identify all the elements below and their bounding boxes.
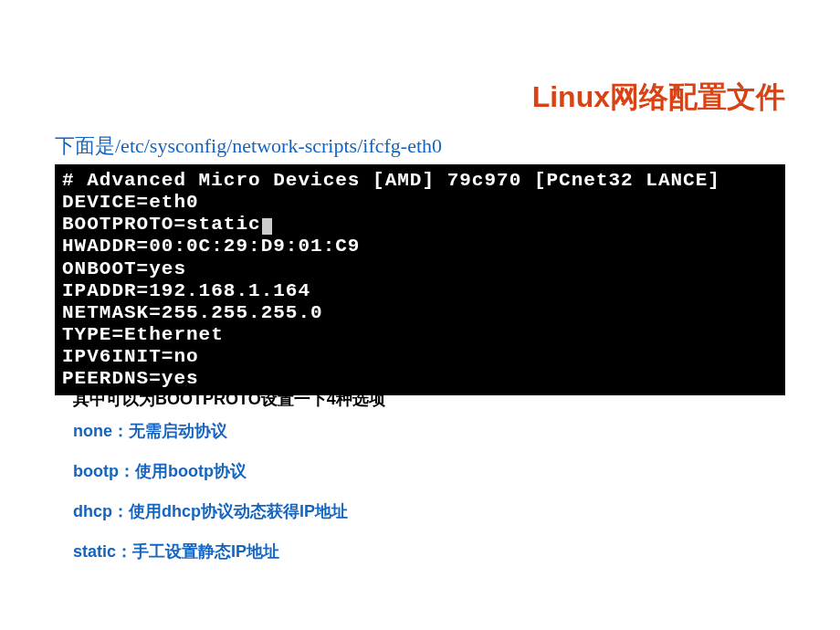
terminal-line: ONBOOT=yes: [62, 258, 778, 280]
options-description: 其中可以为BOOTPROTO设置一下4种选项: [73, 388, 385, 410]
terminal-line: IPV6INIT=no: [62, 346, 778, 368]
terminal-line: PEERDNS=yes: [62, 368, 778, 390]
terminal-line: # Advanced Micro Devices [AMD] 79c970 [P…: [62, 170, 778, 192]
option-dhcp: dhcp：使用dhcp协议动态获得IP地址: [73, 500, 348, 522]
option-none: none：无需启动协议: [73, 420, 348, 442]
terminal-line: NETMASK=255.255.255.0: [62, 302, 778, 324]
option-static: static：手工设置静态IP地址: [73, 541, 348, 562]
cursor-icon: [262, 218, 272, 235]
terminal-line: HWADDR=00:0C:29:D9:01:C9: [62, 236, 778, 257]
terminal-output: # Advanced Micro Devices [AMD] 79c970 [P…: [55, 164, 785, 395]
terminal-line: IPADDR=192.168.1.164: [62, 280, 778, 302]
terminal-line: BOOTPROTO=static: [62, 214, 778, 236]
file-path-subtitle: 下面是/etc/sysconfig/network-scripts/ifcfg-…: [55, 132, 442, 160]
terminal-line: TYPE=Ethernet: [62, 324, 778, 346]
terminal-line: DEVICE=eth0: [62, 192, 778, 214]
page-title: Linux网络配置文件: [532, 78, 785, 118]
options-list: none：无需启动协议 bootp：使用bootp协议 dhcp：使用dhcp协…: [73, 420, 348, 581]
option-bootp: bootp：使用bootp协议: [73, 460, 348, 482]
